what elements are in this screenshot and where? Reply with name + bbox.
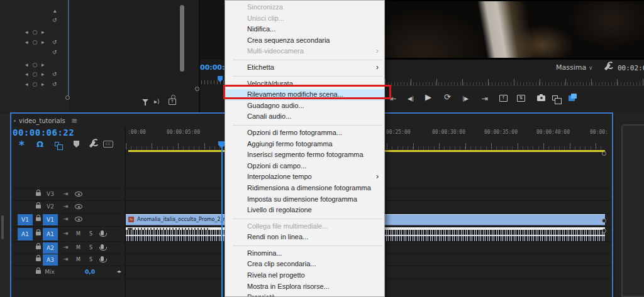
sync-lock-icon[interactable]: ⇥ — [63, 244, 68, 251]
solo-button[interactable]: S — [89, 245, 92, 251]
reset-parameter-icon[interactable]: ↺ — [52, 17, 58, 23]
reset-parameter-icon[interactable]: ↺ — [52, 49, 58, 55]
playback-quality-dropdown[interactable]: Massima — [556, 63, 586, 72]
sync-lock-icon[interactable]: ⇥ — [63, 215, 68, 222]
keyframe-nav-icons[interactable]: ◂ ○ ▸ — [25, 71, 46, 77]
menu-item-inserisci-segmento-fermo-fotogramma[interactable]: Inserisci segmento fermo fotogramma — [225, 149, 384, 161]
menu-item-proprieta[interactable]: Proprietà — [225, 292, 384, 297]
comparison-view-icon[interactable] — [552, 95, 558, 100]
track-name-a2[interactable]: A2 — [43, 242, 58, 254]
multicam-toggle-icon[interactable] — [569, 95, 575, 101]
menu-item-rinomina[interactable]: Rinomina... — [225, 248, 384, 259]
reset-parameter-icon[interactable]: ↺ — [52, 71, 58, 77]
track-output-eye-icon[interactable] — [75, 204, 82, 209]
menu-item-interpolazione-tempo[interactable]: Interpolazione tempo› — [225, 171, 384, 183]
timeline-playhead-timecode[interactable]: 00:00:06:22 — [13, 127, 74, 138]
sequence-tab[interactable]: video_tutorials — [19, 117, 65, 124]
mute-button[interactable]: M — [76, 231, 80, 237]
chevron-down-icon[interactable]: ∨ — [589, 65, 593, 71]
sync-lock-icon[interactable]: ⇥ — [63, 230, 68, 237]
keyframe-nav-icons[interactable]: ◂ ○ ▸ — [25, 81, 46, 87]
mute-button[interactable]: M — [76, 245, 80, 251]
track-name-v2[interactable]: V2 — [43, 201, 58, 212]
scrollbar-handle[interactable] — [171, 95, 175, 99]
export-icon[interactable]: ↑ — [169, 99, 176, 105]
menu-item-rendi-non-in-linea[interactable]: Rendi non in linea... — [225, 232, 384, 243]
menu-item-aggiungi-fermo-fotogramma[interactable]: Aggiungi fermo fotogramma — [225, 139, 384, 150]
menu-item-crea-sequenza-secondaria[interactable]: Crea sequenza secondaria — [225, 35, 384, 46]
track-name-v1[interactable]: V1 — [43, 214, 58, 225]
mix-volume-value[interactable]: 0,0 — [85, 269, 95, 275]
solo-button[interactable]: S — [89, 231, 92, 237]
scrollbar-handle[interactable] — [195, 87, 199, 91]
track-output-eye-icon[interactable] — [75, 192, 82, 197]
menu-item-canali-audio[interactable]: Canali audio... — [225, 111, 384, 122]
lock-icon[interactable] — [36, 192, 41, 196]
menu-item-multi-videocamera[interactable]: Multi-videocamera› — [225, 46, 384, 57]
source-patch-v1[interactable]: V1 — [18, 214, 33, 225]
step-forward-icon[interactable]: |▶ — [462, 94, 469, 103]
lock-icon[interactable] — [36, 205, 41, 208]
voiceover-mic-icon[interactable] — [101, 244, 104, 249]
gutter-scrollbar[interactable] — [1, 215, 4, 239]
scrollbar-handle[interactable] — [602, 219, 606, 223]
menu-item-opzioni-di-campo[interactable]: Opzioni di campo... — [225, 161, 384, 172]
menu-item-collega-file-multimediale[interactable]: Collega file multimediale... — [225, 221, 384, 232]
keyframe-nav-icon[interactable]: ◂◆▸ — [117, 269, 121, 273]
scrollbar-handle[interactable] — [602, 229, 606, 233]
menu-item-unisci-clip[interactable]: Unisci clip... — [225, 13, 384, 24]
reset-parameter-icon[interactable]: ↺ — [52, 39, 58, 45]
keyframe-nav-icons[interactable]: ◂ ○ ▸ — [25, 29, 46, 35]
nest-insert-icon[interactable]: * — [19, 141, 25, 149]
track-name-a3[interactable]: A3 — [43, 254, 58, 266]
source-patch-a1[interactable]: A1 — [18, 228, 33, 240]
export-frame-camera-icon[interactable] — [537, 95, 545, 101]
monitor-settings-wrench-icon[interactable] — [604, 63, 611, 70]
menu-item-imposta-su-dimensione-fotogramma[interactable]: Imposta su dimensione fotogramma — [225, 194, 384, 205]
play-around-icon[interactable]: ▸⟩ — [154, 97, 160, 106]
menu-item-rivela-nel-progetto[interactable]: Rivela nel progetto — [225, 270, 384, 281]
solo-button[interactable]: S — [89, 257, 92, 262]
linked-selection-icon[interactable] — [55, 142, 59, 146]
menu-item-livello-di-regolazione[interactable]: Livello di regolazione — [225, 205, 384, 216]
menu-item-nidifica[interactable]: Nidifica... — [225, 24, 384, 35]
mute-button[interactable]: M — [76, 257, 80, 262]
menu-item-sincronizza[interactable]: Sincronizza — [225, 2, 384, 13]
menu-item-guadagno-audio[interactable]: Guadagno audio... — [225, 100, 384, 112]
lock-icon[interactable] — [36, 257, 41, 261]
sync-lock-icon[interactable]: ⇥ — [63, 203, 68, 210]
lock-icon[interactable] — [36, 217, 41, 221]
step-back-icon[interactable]: ◀| — [408, 94, 414, 103]
captions-icon[interactable]: CC — [103, 141, 113, 148]
lift-icon[interactable]: ↑ — [499, 95, 508, 102]
menu-item-opzioni-fermo-fotogramma[interactable]: Opzioni di fermo fotogramma... — [225, 127, 384, 139]
menu-item-etichetta[interactable]: Etichetta› — [225, 62, 384, 73]
play-in-out-icon[interactable]: ⟳ — [444, 93, 451, 102]
voiceover-mic-icon[interactable] — [101, 230, 104, 235]
track-output-eye-icon[interactable] — [75, 217, 82, 222]
playhead-line[interactable] — [221, 148, 223, 297]
lock-icon[interactable] — [36, 232, 41, 235]
keyframe-nav-icons[interactable]: ◂ ○ ▸ — [25, 62, 46, 68]
track-name-a1[interactable]: A1 — [43, 228, 58, 240]
menu-item-ridimensiona-a-dimensione-fotogramma[interactable]: Ridimensiona a dimensione fotogramma — [225, 183, 384, 194]
voiceover-mic-icon[interactable] — [101, 256, 104, 261]
play-icon[interactable]: ▶ — [425, 93, 431, 102]
menu-item-mostra-in-esplora-risorse[interactable]: Mostra in Esplora risorse... — [225, 281, 384, 293]
sync-lock-icon[interactable]: ⇥ — [63, 190, 68, 197]
snap-magnet-icon[interactable]: Ω — [36, 140, 43, 148]
sync-lock-icon[interactable]: ⇥ — [63, 256, 68, 262]
keyframe-nav-icons[interactable]: ◂ ○ ▸ — [25, 39, 46, 45]
reset-parameter-icon[interactable]: ↺ — [52, 81, 58, 87]
scrollbar-handle[interactable] — [602, 151, 606, 156]
scrollbar-handle[interactable] — [65, 95, 70, 100]
menu-item-crea-clip-secondaria[interactable]: Crea clip secondaria... — [225, 259, 384, 270]
vertical-scrollbar[interactable] — [180, 5, 184, 72]
collapse-triangle-icon[interactable]: ▴ — [53, 8, 58, 14]
lock-icon[interactable] — [36, 246, 41, 249]
extract-icon[interactable]: ⇅ — [517, 95, 525, 102]
track-name-v3[interactable]: V3 — [43, 188, 58, 200]
goto-out-icon[interactable]: ⇥ — [482, 94, 488, 103]
program-mini-ruler[interactable] — [385, 77, 644, 86]
panel-menu-icon[interactable]: ≡ — [71, 116, 77, 125]
